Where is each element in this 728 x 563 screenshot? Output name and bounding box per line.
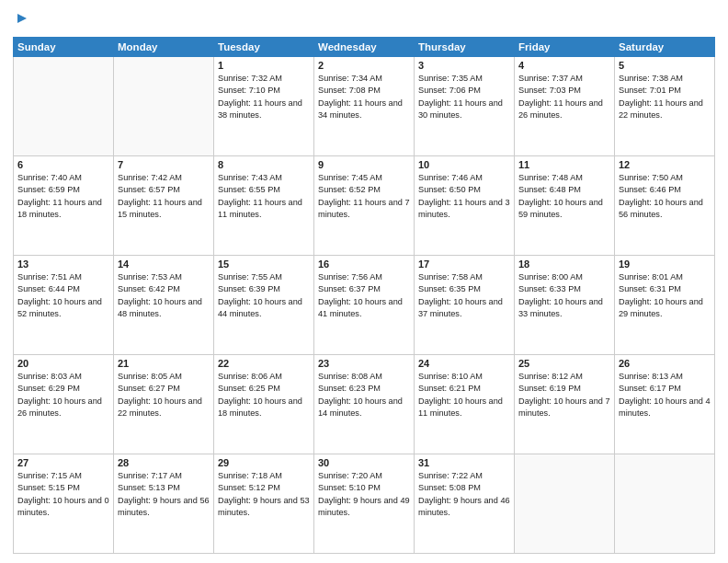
- day-info: Sunrise: 7:20 AMSunset: 5:10 PMDaylight:…: [318, 470, 410, 519]
- calendar-cell: 8Sunrise: 7:43 AMSunset: 6:55 PMDaylight…: [214, 156, 314, 256]
- calendar-cell: 26Sunrise: 8:13 AMSunset: 6:17 PMDayligh…: [615, 355, 715, 454]
- day-number: 6: [17, 159, 109, 170]
- calendar-cell: 27Sunrise: 7:15 AMSunset: 5:15 PMDayligh…: [14, 454, 114, 554]
- day-number: 29: [218, 457, 310, 468]
- calendar-header-friday: Friday: [515, 38, 615, 57]
- calendar-week-5: 27Sunrise: 7:15 AMSunset: 5:15 PMDayligh…: [14, 454, 715, 554]
- day-number: 25: [518, 358, 610, 369]
- day-number: 2: [318, 60, 410, 71]
- day-info: Sunrise: 8:05 AMSunset: 6:27 PMDaylight:…: [118, 371, 210, 419]
- day-info: Sunrise: 7:56 AMSunset: 6:37 PMDaylight:…: [318, 271, 410, 320]
- day-info: Sunrise: 7:35 AMSunset: 7:06 PMDaylight:…: [418, 73, 510, 121]
- calendar-header-tuesday: Tuesday: [214, 38, 314, 57]
- day-info: Sunrise: 8:03 AMSunset: 6:29 PMDaylight:…: [17, 371, 109, 419]
- calendar-cell: 28Sunrise: 7:17 AMSunset: 5:13 PMDayligh…: [114, 454, 214, 554]
- day-number: 27: [17, 457, 109, 468]
- day-info: Sunrise: 7:18 AMSunset: 5:12 PMDaylight:…: [218, 470, 310, 519]
- calendar-header-sunday: Sunday: [14, 38, 114, 57]
- calendar-cell: 29Sunrise: 7:18 AMSunset: 5:12 PMDayligh…: [214, 454, 314, 554]
- day-info: Sunrise: 7:43 AMSunset: 6:55 PMDaylight:…: [218, 172, 310, 221]
- day-info: Sunrise: 8:13 AMSunset: 6:17 PMDaylight:…: [619, 371, 711, 419]
- day-info: Sunrise: 7:32 AMSunset: 7:10 PMDaylight:…: [218, 73, 310, 121]
- day-number: 28: [118, 457, 210, 468]
- header: [13, 9, 715, 29]
- calendar-header-saturday: Saturday: [615, 38, 715, 57]
- calendar-header-wednesday: Wednesday: [314, 38, 415, 57]
- day-info: Sunrise: 8:00 AMSunset: 6:33 PMDaylight:…: [518, 271, 610, 320]
- day-info: Sunrise: 8:10 AMSunset: 6:21 PMDaylight:…: [418, 371, 510, 419]
- logo: [13, 9, 28, 29]
- calendar-cell: 19Sunrise: 8:01 AMSunset: 6:31 PMDayligh…: [615, 256, 715, 355]
- day-number: 30: [318, 457, 410, 468]
- day-info: Sunrise: 7:50 AMSunset: 6:46 PMDaylight:…: [619, 172, 711, 221]
- calendar-cell: [114, 57, 214, 156]
- day-number: 20: [17, 358, 109, 369]
- calendar-table: SundayMondayTuesdayWednesdayThursdayFrid…: [13, 37, 715, 554]
- calendar-week-2: 6Sunrise: 7:40 AMSunset: 6:59 PMDaylight…: [14, 156, 715, 256]
- calendar-cell: [14, 57, 114, 156]
- calendar-week-1: 1Sunrise: 7:32 AMSunset: 7:10 PMDaylight…: [14, 57, 715, 156]
- calendar-cell: 7Sunrise: 7:42 AMSunset: 6:57 PMDaylight…: [114, 156, 214, 256]
- calendar-cell: 31Sunrise: 7:22 AMSunset: 5:08 PMDayligh…: [415, 454, 515, 554]
- day-number: 15: [218, 259, 310, 270]
- day-number: 8: [218, 159, 310, 170]
- day-number: 22: [218, 358, 310, 369]
- calendar-cell: 16Sunrise: 7:56 AMSunset: 6:37 PMDayligh…: [314, 256, 415, 355]
- day-number: 19: [619, 259, 711, 270]
- day-info: Sunrise: 7:46 AMSunset: 6:50 PMDaylight:…: [418, 172, 510, 221]
- calendar-cell: 4Sunrise: 7:37 AMSunset: 7:03 PMDaylight…: [515, 57, 615, 156]
- calendar-cell: 23Sunrise: 8:08 AMSunset: 6:23 PMDayligh…: [314, 355, 415, 454]
- day-number: 21: [118, 358, 210, 369]
- calendar-cell: 3Sunrise: 7:35 AMSunset: 7:06 PMDaylight…: [415, 57, 515, 156]
- day-info: Sunrise: 8:06 AMSunset: 6:25 PMDaylight:…: [218, 371, 310, 419]
- calendar-cell: [615, 454, 715, 554]
- calendar-cell: 25Sunrise: 8:12 AMSunset: 6:19 PMDayligh…: [515, 355, 615, 454]
- day-info: Sunrise: 7:58 AMSunset: 6:35 PMDaylight:…: [418, 271, 510, 320]
- day-info: Sunrise: 7:55 AMSunset: 6:39 PMDaylight:…: [218, 271, 310, 320]
- day-number: 12: [619, 159, 711, 170]
- day-number: 31: [418, 457, 510, 468]
- calendar-cell: [515, 454, 615, 554]
- day-number: 17: [418, 259, 510, 270]
- calendar-cell: 6Sunrise: 7:40 AMSunset: 6:59 PMDaylight…: [14, 156, 114, 256]
- day-number: 11: [518, 159, 610, 170]
- day-info: Sunrise: 7:15 AMSunset: 5:15 PMDaylight:…: [17, 470, 109, 519]
- day-info: Sunrise: 7:37 AMSunset: 7:03 PMDaylight:…: [518, 73, 610, 121]
- day-number: 14: [118, 259, 210, 270]
- day-info: Sunrise: 8:12 AMSunset: 6:19 PMDaylight:…: [518, 371, 610, 419]
- calendar-cell: 13Sunrise: 7:51 AMSunset: 6:44 PMDayligh…: [14, 256, 114, 355]
- day-number: 4: [518, 60, 610, 71]
- day-number: 16: [318, 259, 410, 270]
- calendar-cell: 21Sunrise: 8:05 AMSunset: 6:27 PMDayligh…: [114, 355, 214, 454]
- logo-text: [13, 9, 28, 29]
- calendar-cell: 15Sunrise: 7:55 AMSunset: 6:39 PMDayligh…: [214, 256, 314, 355]
- day-info: Sunrise: 7:38 AMSunset: 7:01 PMDaylight:…: [619, 73, 711, 121]
- calendar-cell: 10Sunrise: 7:46 AMSunset: 6:50 PMDayligh…: [415, 156, 515, 256]
- day-number: 26: [619, 358, 711, 369]
- day-number: 13: [17, 259, 109, 270]
- day-number: 24: [418, 358, 510, 369]
- day-number: 18: [518, 259, 610, 270]
- day-number: 10: [418, 159, 510, 170]
- logo-arrow-icon: [16, 10, 28, 29]
- calendar-header-thursday: Thursday: [415, 38, 515, 57]
- calendar-week-3: 13Sunrise: 7:51 AMSunset: 6:44 PMDayligh…: [14, 256, 715, 355]
- calendar-cell: 12Sunrise: 7:50 AMSunset: 6:46 PMDayligh…: [615, 156, 715, 256]
- day-info: Sunrise: 7:22 AMSunset: 5:08 PMDaylight:…: [418, 470, 510, 519]
- day-number: 9: [318, 159, 410, 170]
- day-info: Sunrise: 7:53 AMSunset: 6:42 PMDaylight:…: [118, 271, 210, 320]
- calendar-week-4: 20Sunrise: 8:03 AMSunset: 6:29 PMDayligh…: [14, 355, 715, 454]
- day-info: Sunrise: 7:42 AMSunset: 6:57 PMDaylight:…: [118, 172, 210, 221]
- day-number: 7: [118, 159, 210, 170]
- calendar-cell: 9Sunrise: 7:45 AMSunset: 6:52 PMDaylight…: [314, 156, 415, 256]
- day-info: Sunrise: 7:34 AMSunset: 7:08 PMDaylight:…: [318, 73, 410, 121]
- calendar-header-monday: Monday: [114, 38, 214, 57]
- day-info: Sunrise: 7:51 AMSunset: 6:44 PMDaylight:…: [17, 271, 109, 320]
- day-number: 5: [619, 60, 711, 71]
- day-number: 1: [218, 60, 310, 71]
- page: SundayMondayTuesdayWednesdayThursdayFrid…: [0, 0, 728, 563]
- calendar-cell: 14Sunrise: 7:53 AMSunset: 6:42 PMDayligh…: [114, 256, 214, 355]
- svg-marker-0: [17, 14, 27, 23]
- calendar-header-row: SundayMondayTuesdayWednesdayThursdayFrid…: [14, 38, 715, 57]
- calendar-cell: 2Sunrise: 7:34 AMSunset: 7:08 PMDaylight…: [314, 57, 415, 156]
